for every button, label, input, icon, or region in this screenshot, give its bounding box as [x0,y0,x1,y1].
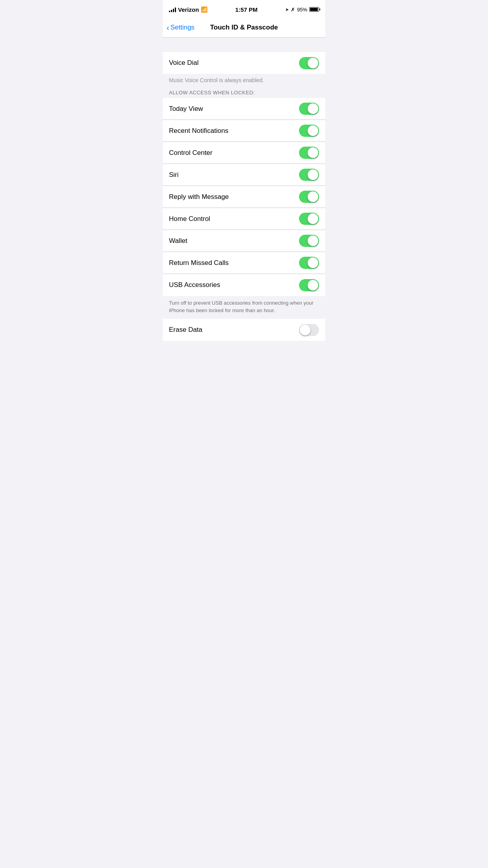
content: Voice Dial Music Voice Control is always… [163,38,325,341]
control-center-toggle[interactable] [299,147,319,159]
usb-accessories-label: USB Accessories [169,281,220,289]
status-right: ➤ ✗ 95% [285,7,319,13]
wallet-toggle[interactable] [299,235,319,247]
toggle-slider [299,57,319,69]
signal-bars [169,7,176,12]
back-label: Settings [171,24,194,31]
siri-toggle[interactable] [299,169,319,181]
status-left: Verizon 📶 [169,6,207,13]
control-center-row: Control Center [163,142,325,164]
bluetooth-icon: ✗ [291,7,295,13]
battery-icon [309,7,319,12]
status-bar: Verizon 📶 1:57 PM ➤ ✗ 95% [163,0,325,17]
voice-dial-toggle[interactable] [299,57,319,69]
recent-notifications-row: Recent Notifications [163,120,325,142]
back-chevron-icon: ‹ [167,24,169,31]
usb-footer-text: Turn off to prevent USB accessories from… [169,300,314,313]
siri-label: Siri [169,171,179,179]
signal-bar-2 [171,10,172,12]
nav-bar: ‹ Settings Touch ID & Passcode [163,17,325,38]
control-center-label: Control Center [169,149,213,157]
page-title: Touch ID & Passcode [210,24,278,31]
status-time: 1:57 PM [235,6,258,13]
reply-with-message-label: Reply with Message [169,193,229,201]
erase-data-group: Erase Data [163,319,325,341]
home-control-row: Home Control [163,208,325,230]
battery-fill [310,8,318,11]
return-missed-calls-label: Return Missed Calls [169,259,229,267]
today-view-row: Today View [163,98,325,120]
return-missed-calls-toggle[interactable] [299,257,319,269]
recent-notifications-label: Recent Notifications [169,127,228,135]
location-icon: ➤ [285,7,289,12]
usb-accessories-row: USB Accessories [163,274,325,296]
siri-row: Siri [163,164,325,186]
voice-dial-row: Voice Dial [163,52,325,74]
signal-bar-3 [173,9,174,12]
voice-dial-group: Voice Dial [163,52,325,74]
wallet-label: Wallet [169,237,187,245]
allow-access-header: ALLOW ACCESS WHEN LOCKED: [163,85,325,98]
voice-dial-label: Voice Dial [169,59,199,67]
signal-bar-1 [169,11,170,12]
back-button[interactable]: ‹ Settings [167,24,194,31]
home-control-toggle[interactable] [299,213,319,225]
erase-data-label: Erase Data [169,326,202,334]
carrier-label: Verizon [178,6,199,13]
wifi-icon: 📶 [201,6,207,13]
usb-accessories-toggle[interactable] [299,279,319,291]
erase-data-row: Erase Data [163,319,325,341]
battery-percent: 95% [297,7,307,13]
return-missed-calls-row: Return Missed Calls [163,252,325,274]
toggle-knob [308,58,318,68]
top-spacer [163,38,325,52]
today-view-label: Today View [169,105,203,113]
recent-notifications-toggle[interactable] [299,125,319,137]
reply-with-message-row: Reply with Message [163,186,325,208]
reply-with-message-toggle[interactable] [299,191,319,203]
signal-bar-4 [175,7,176,12]
allow-access-group: Today View Recent Notifications Control … [163,98,325,296]
voice-control-note: Music Voice Control is always enabled. [163,74,325,85]
voice-control-text: Music Voice Control is always enabled. [169,77,264,83]
usb-footer: Turn off to prevent USB accessories from… [163,296,325,319]
erase-data-toggle[interactable] [299,324,319,336]
home-control-label: Home Control [169,215,210,223]
today-view-toggle[interactable] [299,103,319,115]
wallet-row: Wallet [163,230,325,252]
